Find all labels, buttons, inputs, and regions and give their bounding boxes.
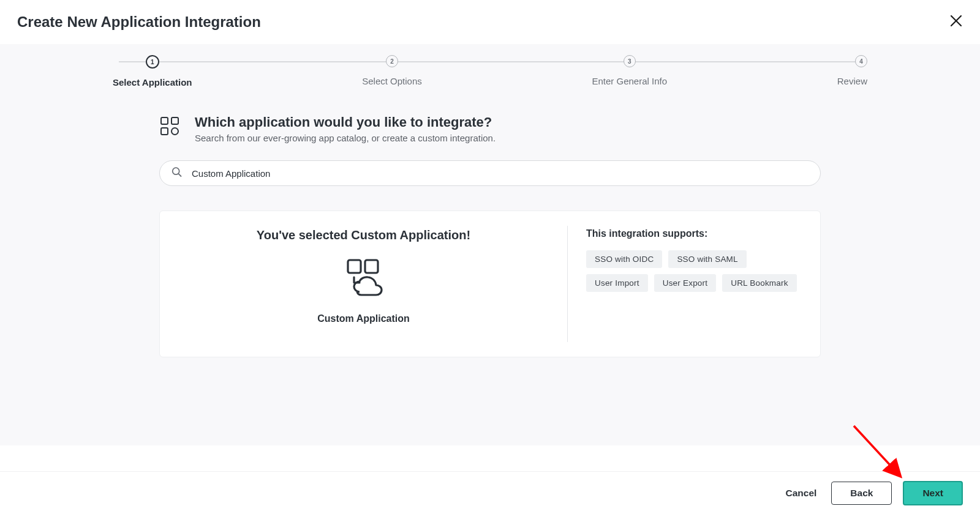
step-label: Select Application	[113, 77, 192, 88]
chip-user-import: User Import	[586, 274, 648, 292]
step-label: Enter General Info	[592, 76, 667, 86]
footer: Cancel Back Next	[0, 471, 980, 514]
close-icon[interactable]	[949, 14, 963, 30]
question-text: Which application would you like to inte…	[195, 114, 496, 143]
search-icon	[172, 167, 182, 180]
search-input[interactable]	[159, 160, 821, 186]
selection-heading: You've selected Custom Application!	[178, 228, 549, 242]
svg-rect-2	[161, 117, 168, 124]
step-4: 4 Review	[837, 55, 867, 86]
support-chips: SSO with OIDC SSO with SAML User Import …	[586, 250, 802, 292]
step-2: 2 Select Options	[362, 55, 422, 86]
selection-app-name: Custom Application	[178, 313, 549, 324]
question-section: Which application would you like to inte…	[159, 114, 821, 143]
chip-sso-saml: SSO with SAML	[668, 250, 746, 268]
content-area: 1 Select Application 2 Select Options 3 …	[0, 44, 980, 445]
selection-right: This integration supports: SSO with OIDC…	[568, 211, 820, 357]
svg-line-7	[178, 174, 181, 176]
app-grid-icon	[159, 116, 180, 143]
svg-rect-9	[365, 260, 378, 273]
svg-point-5	[172, 128, 178, 135]
next-button[interactable]: Next	[903, 481, 963, 505]
question-subheading: Search from our ever-growing app catalog…	[195, 133, 496, 143]
svg-rect-4	[161, 128, 168, 135]
selection-card: You've selected Custom Application! Cust…	[159, 210, 821, 357]
step-circle: 4	[855, 55, 867, 67]
cancel-button[interactable]: Cancel	[782, 482, 820, 505]
stepper-line	[119, 61, 861, 62]
step-1: 1 Select Application	[113, 55, 192, 88]
supports-heading: This integration supports:	[586, 228, 802, 239]
svg-rect-8	[348, 260, 361, 273]
question-heading: Which application would you like to inte…	[195, 114, 496, 130]
step-3: 3 Enter General Info	[592, 55, 667, 86]
step-circle: 2	[386, 55, 398, 67]
stepper: 1 Select Application 2 Select Options 3 …	[113, 55, 867, 88]
step-label: Select Options	[362, 76, 422, 86]
custom-app-icon	[178, 258, 549, 302]
chip-user-export: User Export	[654, 274, 716, 292]
step-circle: 1	[146, 55, 159, 69]
step-circle: 3	[624, 55, 636, 67]
modal-title: Create New Application Integration	[17, 13, 261, 31]
step-label: Review	[837, 76, 867, 86]
svg-rect-3	[172, 117, 178, 124]
back-button[interactable]: Back	[831, 482, 892, 505]
modal-header: Create New Application Integration	[0, 0, 980, 44]
chip-sso-oidc: SSO with OIDC	[586, 250, 662, 268]
chip-url-bookmark: URL Bookmark	[722, 274, 796, 292]
search-wrap	[159, 160, 821, 186]
selection-left: You've selected Custom Application! Cust…	[160, 211, 567, 357]
